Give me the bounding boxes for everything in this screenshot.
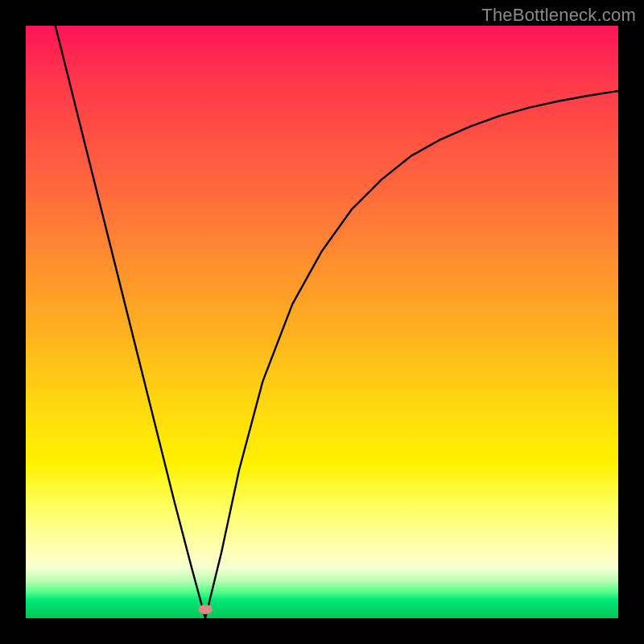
bottleneck-curve [26, 26, 618, 618]
plot-area [26, 26, 618, 618]
chart-frame: TheBottleneck.com [0, 0, 644, 644]
watermark-text: TheBottleneck.com [481, 5, 636, 26]
minimum-marker [198, 605, 213, 614]
